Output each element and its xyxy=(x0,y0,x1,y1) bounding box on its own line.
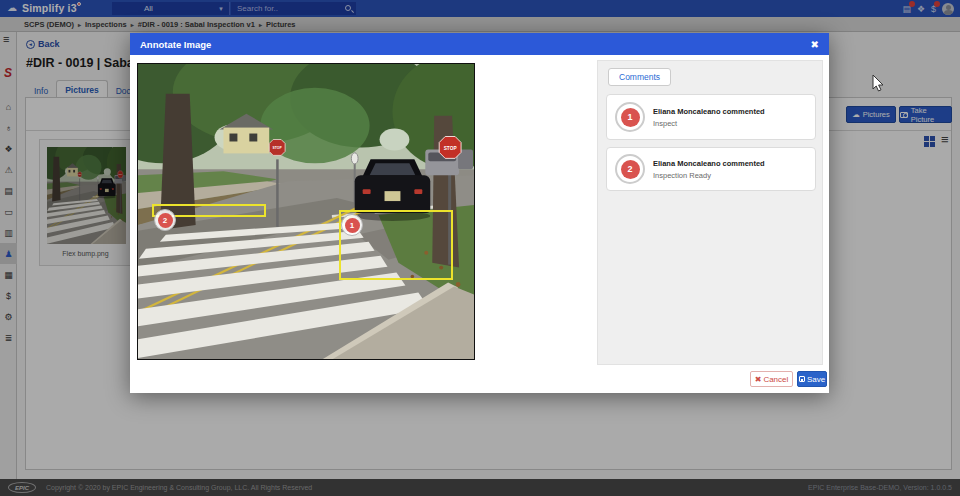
comment-marker-avatar: 1 xyxy=(615,102,645,132)
save-button[interactable]: Save xyxy=(797,371,827,387)
cancel-button[interactable]: ✖ Cancel xyxy=(750,371,793,387)
marker-number: 2 xyxy=(158,213,173,228)
save-floppy-icon xyxy=(799,376,805,382)
comment-author: Eliana Moncaleano commented xyxy=(653,107,765,116)
annotation-canvas[interactable]: 2 1 xyxy=(137,63,475,360)
cancel-x-icon: ✖ xyxy=(755,375,762,384)
annotation-marker-1[interactable]: 1 xyxy=(341,214,363,236)
annotate-image-modal: Annotate Image ✖ 2 1 Comments 1 Eliana M… xyxy=(130,33,829,393)
tab-comments[interactable]: Comments xyxy=(608,68,671,86)
comment-text: Inspect xyxy=(653,119,765,128)
close-icon[interactable]: ✖ xyxy=(811,39,819,50)
comments-panel: Comments 1 Eliana Moncaleano commented I… xyxy=(597,60,823,365)
comment-marker-avatar: 2 xyxy=(615,154,645,184)
modal-title: Annotate Image xyxy=(140,39,211,50)
mouse-cursor xyxy=(872,74,884,96)
comment-text: Inspection Ready xyxy=(653,171,765,180)
annotation-marker-2[interactable]: 2 xyxy=(154,209,176,231)
modal-header: Annotate Image ✖ xyxy=(130,33,829,55)
comment-item[interactable]: 2 Eliana Moncaleano commented Inspection… xyxy=(606,147,816,191)
marker-number: 1 xyxy=(345,218,360,233)
cancel-label: Cancel xyxy=(763,375,788,384)
comment-number: 2 xyxy=(621,160,640,179)
comment-item[interactable]: 1 Eliana Moncaleano commented Inspect xyxy=(606,94,816,140)
save-label: Save xyxy=(807,375,825,384)
comment-number: 1 xyxy=(621,108,640,127)
comment-author: Eliana Moncaleano commented xyxy=(653,159,765,168)
